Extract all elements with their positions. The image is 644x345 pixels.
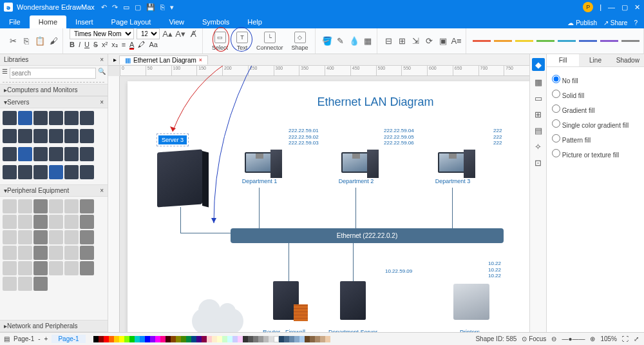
section-network[interactable]: ▸ Network and Peripherals	[0, 320, 108, 332]
print-icon[interactable]: ⎘	[160, 3, 165, 12]
tab-insert[interactable]: Insert	[66, 15, 102, 28]
clear-format-icon[interactable]: A̸	[188, 28, 198, 39]
quick-colors[interactable]	[469, 28, 644, 54]
super-button[interactable]: x²	[102, 41, 108, 49]
close-icon[interactable]: ✕	[634, 3, 640, 12]
zoom-out-icon[interactable]: ⊖	[551, 335, 556, 342]
fill-panel-icon[interactable]: ◆	[532, 58, 545, 71]
rotate-icon[interactable]: ⟳	[424, 36, 435, 46]
font-select[interactable]: Times New Roman	[70, 28, 134, 39]
shadow-tab[interactable]: Shadow	[612, 54, 644, 66]
redo-icon[interactable]: ↷	[112, 3, 118, 12]
open-icon[interactable]: ▢	[135, 3, 141, 12]
dept2-pc[interactable]: Department 2	[334, 152, 379, 184]
bullet-button[interactable]: ≡	[122, 41, 126, 49]
tab-symbols[interactable]: Symbols	[193, 15, 238, 28]
table-panel-icon[interactable]: ⊞	[535, 110, 542, 119]
picture-radio[interactable]: Picture or texture fill	[552, 146, 639, 161]
prev-page-icon[interactable]: -	[38, 335, 40, 342]
group-icon[interactable]: ▣	[438, 36, 448, 46]
case-button[interactable]: Aa	[149, 41, 157, 49]
format-painter-icon[interactable]: 🖌	[48, 36, 59, 46]
tab-file[interactable]: File	[0, 15, 30, 28]
section-peripheral[interactable]: ▾ Peripheral Equipment×	[0, 184, 108, 197]
doc-tab[interactable]: ▦ Ethernet Lan Diagram ×	[119, 55, 208, 64]
pattern-radio[interactable]: Pattern fill	[552, 132, 639, 146]
tab-help[interactable]: Help	[238, 15, 271, 28]
nofill-radio[interactable]: No fill	[552, 72, 639, 87]
navigator-icon[interactable]: ✧	[535, 142, 542, 152]
page[interactable]: Ethernet LAN Diagram Server 3 222.22.59.…	[128, 81, 529, 332]
minimize-icon[interactable]: —	[608, 3, 615, 11]
font-color-button[interactable]: A	[129, 41, 134, 49]
fill-color-icon[interactable]: 🪣	[322, 36, 332, 46]
maximize-icon[interactable]: ▢	[621, 3, 628, 12]
zoom-slider[interactable]: —●——	[562, 335, 585, 342]
bold-button[interactable]: B	[70, 41, 75, 49]
strike-button[interactable]: S̶	[93, 41, 98, 49]
tab-view[interactable]: View	[160, 15, 193, 28]
server3-label[interactable]: Server 3	[158, 135, 187, 144]
ethernet-bar[interactable]: Ethernet (222.22.0.2)	[231, 228, 504, 243]
fill-tab[interactable]: Fill	[547, 54, 579, 66]
close-panel-icon[interactable]: ×	[100, 56, 104, 63]
font-opts-icon[interactable]: A≡	[451, 36, 462, 46]
grid-panel-icon[interactable]: ▦	[535, 77, 542, 87]
dept-server-shape[interactable]	[340, 281, 366, 320]
cut-icon[interactable]: ✂	[8, 36, 18, 46]
server3-shape[interactable]	[157, 150, 202, 208]
dept1-pc[interactable]: Department 1	[237, 152, 282, 184]
size-select[interactable]: 12	[137, 28, 160, 39]
menu-icon[interactable]: ☰	[2, 68, 8, 79]
add-page-icon[interactable]: +	[44, 335, 48, 342]
zoom-in-icon[interactable]: ⊕	[590, 335, 595, 342]
undo-icon[interactable]: ↶	[101, 3, 107, 12]
tab-home[interactable]: Home	[30, 15, 66, 28]
text-tool[interactable]: TText	[234, 32, 251, 51]
page-list-icon[interactable]: ▤	[4, 335, 10, 342]
decrease-font-icon[interactable]: A▾	[175, 28, 185, 39]
size-icon[interactable]: ⇲	[411, 36, 421, 46]
increase-font-icon[interactable]: A▴	[162, 28, 173, 39]
peripheral-shapes[interactable]	[0, 197, 108, 293]
layers-panel-icon[interactable]: ▤	[535, 126, 542, 135]
align-icon[interactable]: ⊟	[384, 36, 394, 46]
sub-button[interactable]: x₂	[111, 41, 118, 49]
sidebar-toggle-icon[interactable]: ▸	[113, 56, 117, 63]
highlight-button[interactable]: 🖍	[138, 41, 145, 49]
tab-pagelayout[interactable]: Page Layout	[102, 15, 160, 28]
solid-radio[interactable]: Solid fill	[552, 87, 639, 102]
save-icon[interactable]: ▭	[123, 3, 129, 12]
more-icon[interactable]: ▾	[170, 3, 174, 12]
history-icon[interactable]: ⊡	[535, 158, 542, 168]
fit-page-icon[interactable]: ⛶	[622, 335, 629, 342]
shape-tool[interactable]: ◇Shape	[289, 32, 311, 51]
fullscreen-icon[interactable]: ⤢	[634, 335, 639, 342]
printer-shape[interactable]	[453, 284, 489, 320]
share-button[interactable]: ↗ Share	[603, 19, 627, 26]
search-icon[interactable]: 🔍	[98, 68, 106, 79]
user-avatar[interactable]: P	[583, 2, 593, 12]
page-tab[interactable]: Page-1	[52, 335, 85, 343]
distribute-icon[interactable]: ⊞	[397, 36, 408, 46]
cloud-shape[interactable]	[192, 308, 243, 332]
dept3-pc[interactable]: Department 3	[430, 152, 475, 184]
help-icon[interactable]: ?	[634, 19, 638, 26]
shadow-icon[interactable]: ▦	[363, 36, 373, 46]
focus-button[interactable]: ⊙ Focus	[522, 335, 546, 342]
section-servers[interactable]: ▾ Servers×	[0, 96, 108, 108]
gradient-radio[interactable]: Gradient fill	[552, 102, 639, 117]
copy-icon[interactable]: ⎘	[21, 36, 32, 46]
eyedrop-icon[interactable]: 💧	[349, 36, 359, 46]
underline-button[interactable]: U	[84, 41, 90, 49]
firewall-shape[interactable]	[294, 304, 308, 321]
save2-icon[interactable]: 💾	[146, 3, 155, 12]
color-swatches[interactable]	[93, 336, 330, 342]
italic-button[interactable]: I	[79, 41, 80, 49]
connector-tool[interactable]: └Connector	[254, 32, 286, 51]
publish-button[interactable]: ☁ Publish	[567, 19, 597, 26]
close-tab-icon[interactable]: ×	[199, 57, 202, 63]
section-computers[interactable]: ▸ Computers and Monitors	[0, 84, 108, 96]
image-panel-icon[interactable]: ▭	[535, 94, 542, 103]
library-search-input[interactable]	[10, 68, 96, 79]
